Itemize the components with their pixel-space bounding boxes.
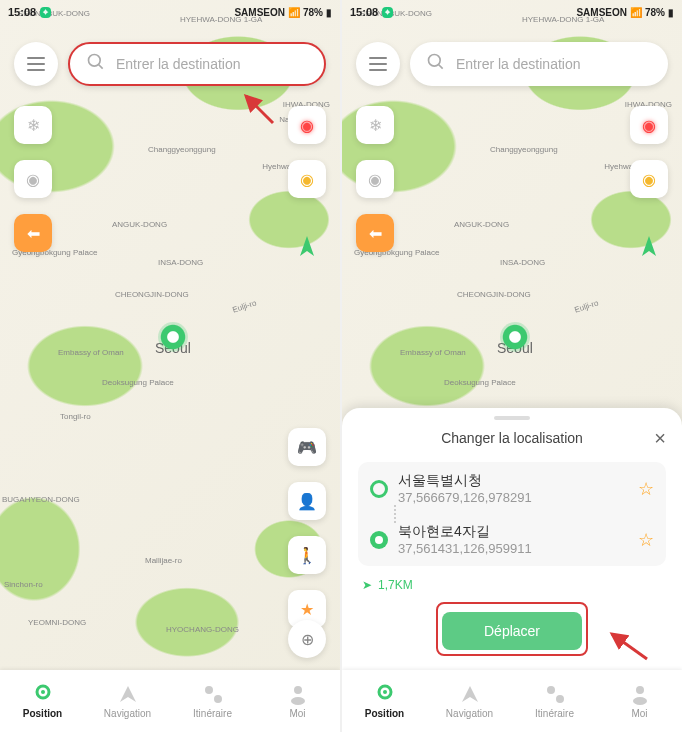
snowflake-icon: ❄ bbox=[369, 116, 382, 135]
map-label: Deoksugung Palace bbox=[102, 378, 174, 387]
phone-screen-left: SEONGBUK-DONG HYEHWA-DONG 1-GA IHWA-DONG… bbox=[0, 0, 340, 732]
tool-coin-button[interactable]: ◉ bbox=[288, 160, 326, 198]
tool-coin-button[interactable]: ◉ bbox=[630, 160, 668, 198]
map-label: Mallijae-ro bbox=[145, 556, 182, 565]
folder-icon: ⬅ bbox=[27, 224, 40, 243]
walk-icon: 🚶 bbox=[297, 546, 317, 565]
route-icon bbox=[544, 683, 566, 705]
battery-icon: ▮ bbox=[326, 7, 332, 18]
hamburger-icon bbox=[27, 57, 45, 71]
favorite-star-button[interactable]: ☆ bbox=[638, 478, 654, 500]
nav-label: Moi bbox=[289, 708, 305, 719]
bottom-nav: Position Navigation Itinéraire Moi bbox=[0, 670, 340, 732]
map-label: CHEONGJIN-DONG bbox=[115, 290, 189, 299]
hamburger-icon bbox=[369, 57, 387, 71]
menu-button[interactable] bbox=[14, 42, 58, 86]
map-label: CHEONGJIN-DONG bbox=[457, 290, 531, 299]
svg-point-8 bbox=[205, 686, 213, 694]
svg-point-23 bbox=[633, 697, 647, 705]
navigation-icon bbox=[459, 683, 481, 705]
tool-snow-button[interactable]: ❄ bbox=[356, 106, 394, 144]
locate-me-button[interactable]: ⊕ bbox=[288, 620, 326, 658]
map-label: Changgyeonggung bbox=[148, 145, 216, 154]
compass-button[interactable] bbox=[288, 230, 326, 268]
nav-moi[interactable]: Moi bbox=[255, 670, 340, 732]
search-placeholder: Entrer la destination bbox=[116, 56, 241, 72]
annotation-arrow-icon bbox=[602, 624, 652, 664]
tool-folder-button[interactable]: ⬅ bbox=[14, 214, 52, 252]
route-dots bbox=[394, 505, 654, 523]
nav-itineraire[interactable]: Itinéraire bbox=[512, 670, 597, 732]
close-button[interactable]: × bbox=[654, 427, 666, 450]
status-battery: 78% bbox=[645, 7, 665, 18]
signal-icon: 📶 bbox=[288, 7, 300, 18]
route-icon bbox=[202, 683, 224, 705]
start-pin-icon bbox=[370, 480, 388, 498]
signal-icon: 📶 bbox=[630, 7, 642, 18]
tool-eye-button[interactable]: ◉ bbox=[356, 160, 394, 198]
compass-icon bbox=[292, 234, 322, 264]
nav-navigation[interactable]: Navigation bbox=[85, 670, 170, 732]
move-button-label: Déplacer bbox=[484, 623, 540, 639]
favorite-star-button[interactable]: ☆ bbox=[638, 529, 654, 551]
record-icon: ◉ bbox=[642, 116, 656, 135]
map-label: Embassy of Oman bbox=[58, 348, 124, 357]
move-button-highlight: Déplacer bbox=[436, 602, 588, 656]
svg-point-11 bbox=[291, 697, 305, 705]
nav-label: Position bbox=[23, 708, 62, 719]
status-time: 15:08 bbox=[8, 6, 36, 18]
distance-row: ➤ 1,7KM bbox=[342, 572, 682, 598]
end-location-row[interactable]: 북아현로4자길 37,561431,126,959911 ☆ bbox=[370, 523, 654, 556]
tool-folder-button[interactable]: ⬅ bbox=[356, 214, 394, 252]
map-label: Deoksugung Palace bbox=[444, 378, 516, 387]
search-placeholder: Entrer la destination bbox=[456, 56, 581, 72]
coin-icon: ◉ bbox=[642, 170, 656, 189]
nav-navigation[interactable]: Navigation bbox=[427, 670, 512, 732]
status-carrier: SAMSEON bbox=[234, 7, 285, 18]
nav-position[interactable]: Position bbox=[0, 670, 85, 732]
sheet-handle[interactable] bbox=[494, 416, 530, 420]
compass-button[interactable] bbox=[630, 230, 668, 268]
nav-itineraire[interactable]: Itinéraire bbox=[170, 670, 255, 732]
search-input[interactable]: Entrer la destination bbox=[410, 42, 668, 86]
bottom-nav: Position Navigation Itinéraire Moi bbox=[342, 670, 682, 732]
map-label: YEOMNI-DONG bbox=[28, 618, 86, 627]
nav-moi[interactable]: Moi bbox=[597, 670, 682, 732]
battery-icon: ▮ bbox=[668, 7, 674, 18]
start-coords: 37,566679,126,978291 bbox=[398, 490, 628, 505]
menu-button[interactable] bbox=[356, 42, 400, 86]
star-icon: ★ bbox=[300, 600, 314, 619]
svg-line-4 bbox=[246, 96, 273, 123]
position-icon bbox=[32, 683, 54, 705]
svg-line-1 bbox=[99, 65, 103, 69]
svg-marker-2 bbox=[300, 236, 314, 256]
map-label: HYOCHANG-DONG bbox=[166, 625, 239, 634]
svg-marker-7 bbox=[120, 686, 136, 702]
coin-icon: ◉ bbox=[300, 170, 314, 189]
nav-label: Navigation bbox=[446, 708, 493, 719]
svg-point-0 bbox=[89, 55, 101, 67]
tool-record-button[interactable]: ◉ bbox=[630, 106, 668, 144]
eye-icon: ◉ bbox=[26, 170, 40, 189]
search-input[interactable]: Entrer la destination bbox=[68, 42, 326, 86]
user-location-marker bbox=[500, 322, 530, 352]
tool-gamepad-button[interactable]: 🎮 bbox=[288, 428, 326, 466]
tool-person-button[interactable]: 👤 bbox=[288, 482, 326, 520]
status-bar: 15:08 ⌖ SAMSEON 📶 78% ▮ bbox=[342, 0, 682, 24]
start-location-row[interactable]: 서울특별시청 37,566679,126,978291 ☆ bbox=[370, 472, 654, 505]
map-label: Sinchon-ro bbox=[4, 580, 43, 589]
record-icon: ◉ bbox=[300, 116, 314, 135]
nav-label: Itinéraire bbox=[193, 708, 232, 719]
tool-snow-button[interactable]: ❄ bbox=[14, 106, 52, 144]
search-icon bbox=[86, 52, 106, 76]
distance-value: 1,7KM bbox=[378, 578, 413, 592]
move-button[interactable]: Déplacer bbox=[442, 612, 582, 650]
tool-record-button[interactable]: ◉ bbox=[288, 106, 326, 144]
tool-walk-button[interactable]: 🚶 bbox=[288, 536, 326, 574]
svg-marker-19 bbox=[462, 686, 478, 702]
nav-position[interactable]: Position bbox=[342, 670, 427, 732]
user-location-marker bbox=[158, 322, 188, 352]
status-carrier: SAMSEON bbox=[576, 7, 627, 18]
tool-eye-button[interactable]: ◉ bbox=[14, 160, 52, 198]
svg-marker-14 bbox=[642, 236, 656, 256]
